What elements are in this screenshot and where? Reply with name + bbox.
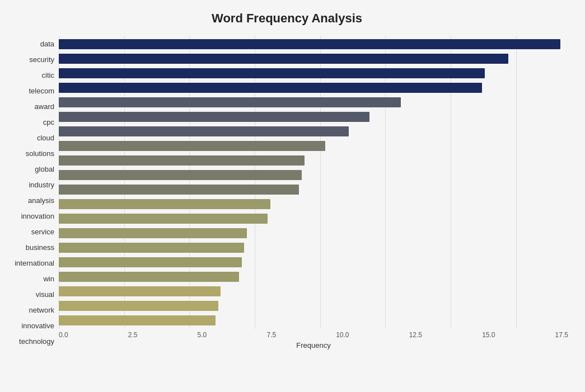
y-label: service xyxy=(6,228,54,235)
x-tick: 12.5 xyxy=(409,331,422,339)
bar-row xyxy=(59,51,568,66)
x-tick: 0.0 xyxy=(59,331,68,339)
y-label: global xyxy=(6,166,54,173)
y-label: business xyxy=(6,244,54,251)
x-tick: 7.5 xyxy=(266,331,276,339)
bars-inner xyxy=(59,36,568,329)
bar xyxy=(59,170,302,180)
y-label: security xyxy=(6,56,54,63)
x-tick: 15.0 xyxy=(482,331,495,339)
bar xyxy=(59,301,218,311)
bar xyxy=(59,243,244,253)
chart-container: Word Frequency Analysis datasecurityciti… xyxy=(0,0,585,392)
x-tick: 17.5 xyxy=(555,331,568,339)
bars-and-x: 0.02.55.07.510.012.515.017.5 Frequency xyxy=(59,36,568,350)
y-label: network xyxy=(6,306,54,314)
bar xyxy=(59,199,270,209)
bar xyxy=(59,97,401,107)
x-tick: 5.0 xyxy=(198,331,207,339)
bar xyxy=(59,257,242,267)
bar xyxy=(59,126,349,136)
y-label: cloud xyxy=(6,134,54,141)
bar xyxy=(59,54,508,64)
bar-row xyxy=(59,226,568,240)
bar-row xyxy=(59,153,568,168)
bar xyxy=(59,214,268,224)
bar-row xyxy=(59,284,568,299)
bar-row xyxy=(59,139,568,153)
bar-row xyxy=(59,313,568,328)
bar xyxy=(59,68,485,78)
chart-title: Word Frequency Analysis xyxy=(6,11,568,26)
x-axis-label: Frequency xyxy=(59,341,568,350)
y-label: innovative xyxy=(6,322,54,329)
y-label: cpc xyxy=(6,119,54,126)
bar xyxy=(59,141,325,151)
y-label: visual xyxy=(6,291,54,298)
bar xyxy=(59,228,247,238)
x-tick: 10.0 xyxy=(336,331,349,339)
bar-row xyxy=(59,240,568,255)
y-label: citic xyxy=(6,72,54,79)
bar xyxy=(59,185,299,195)
bar-row xyxy=(59,168,568,182)
y-label: innovation xyxy=(6,212,54,220)
x-tick: 2.5 xyxy=(128,331,138,339)
bar xyxy=(59,155,305,166)
y-label: data xyxy=(6,40,54,48)
bar-row xyxy=(59,255,568,270)
bar-row xyxy=(59,299,568,313)
bar xyxy=(59,112,369,122)
y-label: technology xyxy=(6,338,54,345)
y-label: win xyxy=(6,275,54,282)
y-label: solutions xyxy=(6,150,54,157)
bar-row xyxy=(59,270,568,284)
bar-row xyxy=(59,37,568,51)
y-label: industry xyxy=(6,181,54,188)
y-labels: datasecuritycitictelecomawardcpccloudsol… xyxy=(6,36,59,350)
bar xyxy=(59,315,216,325)
bar xyxy=(59,272,239,282)
bar xyxy=(59,83,482,93)
y-label: international xyxy=(6,259,54,267)
bar-row xyxy=(59,182,568,197)
y-label: telecom xyxy=(6,87,54,95)
x-axis: 0.02.55.07.510.012.515.017.5 Frequency xyxy=(59,331,568,350)
bar-row xyxy=(59,211,568,226)
x-ticks: 0.02.55.07.510.012.515.017.5 xyxy=(59,331,568,339)
bar-row xyxy=(59,110,568,124)
bar xyxy=(59,286,221,296)
bars-section xyxy=(59,36,568,329)
bar-row xyxy=(59,66,568,81)
bar-row xyxy=(59,124,568,139)
bar xyxy=(59,39,560,49)
bar-row xyxy=(59,81,568,95)
chart-area: datasecuritycitictelecomawardcpccloudsol… xyxy=(6,36,568,350)
y-label: award xyxy=(6,103,54,110)
bar-row xyxy=(59,95,568,110)
y-label: analysis xyxy=(6,197,54,204)
bar-row xyxy=(59,197,568,211)
